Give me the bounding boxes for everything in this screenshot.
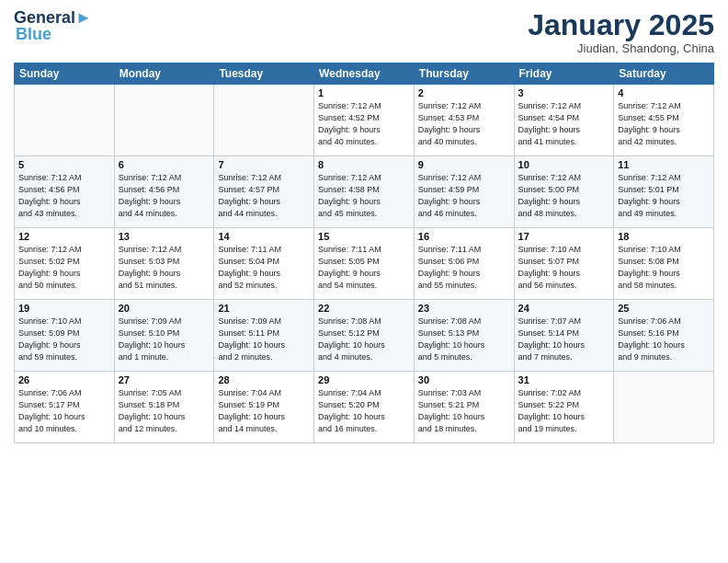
day-cell: 21Sunrise: 7:09 AM Sunset: 5:11 PM Dayli… [214, 300, 314, 372]
day-number: 30 [418, 374, 510, 385]
week-row-2: 5Sunrise: 7:12 AM Sunset: 4:56 PM Daylig… [15, 156, 714, 228]
day-info: Sunrise: 7:10 AM Sunset: 5:09 PM Dayligh… [18, 316, 110, 363]
day-info: Sunrise: 7:03 AM Sunset: 5:21 PM Dayligh… [418, 387, 510, 435]
day-info: Sunrise: 7:11 AM Sunset: 5:04 PM Dayligh… [218, 244, 310, 292]
day-cell: 17Sunrise: 7:10 AM Sunset: 5:07 PM Dayli… [514, 228, 614, 300]
day-cell [15, 85, 115, 156]
day-number: 24 [518, 303, 610, 314]
day-info: Sunrise: 7:07 AM Sunset: 5:14 PM Dayligh… [518, 316, 610, 363]
day-number: 15 [318, 231, 410, 242]
day-info: Sunrise: 7:08 AM Sunset: 5:13 PM Dayligh… [418, 316, 510, 363]
day-cell: 6Sunrise: 7:12 AM Sunset: 4:56 PM Daylig… [114, 156, 214, 228]
day-info: Sunrise: 7:12 AM Sunset: 5:03 PM Dayligh… [119, 244, 210, 292]
day-info: Sunrise: 7:12 AM Sunset: 5:02 PM Dayligh… [18, 244, 110, 292]
day-info: Sunrise: 7:12 AM Sunset: 4:53 PM Dayligh… [418, 100, 510, 148]
day-cell: 2Sunrise: 7:12 AM Sunset: 4:53 PM Daylig… [414, 85, 514, 156]
day-cell: 10Sunrise: 7:12 AM Sunset: 5:00 PM Dayli… [514, 156, 614, 228]
day-number: 27 [119, 374, 210, 385]
day-cell: 4Sunrise: 7:12 AM Sunset: 4:55 PM Daylig… [614, 85, 714, 156]
day-number: 28 [218, 374, 310, 385]
day-cell: 11Sunrise: 7:12 AM Sunset: 5:01 PM Dayli… [614, 156, 714, 228]
day-cell: 14Sunrise: 7:11 AM Sunset: 5:04 PM Dayli… [214, 228, 314, 300]
month-title: January 2025 [528, 9, 714, 41]
calendar-table: Sunday Monday Tuesday Wednesday Thursday… [14, 63, 714, 443]
day-info: Sunrise: 7:04 AM Sunset: 5:19 PM Dayligh… [218, 387, 310, 435]
day-info: Sunrise: 7:12 AM Sunset: 5:01 PM Dayligh… [618, 172, 710, 220]
day-cell: 5Sunrise: 7:12 AM Sunset: 4:56 PM Daylig… [15, 156, 115, 228]
day-cell: 22Sunrise: 7:08 AM Sunset: 5:12 PM Dayli… [314, 300, 415, 372]
day-number: 22 [318, 303, 410, 314]
day-cell: 24Sunrise: 7:07 AM Sunset: 5:14 PM Dayli… [514, 300, 614, 372]
header: General► Blue January 2025 Jiudian, Shan… [14, 9, 714, 55]
col-wednesday: Wednesday [314, 63, 415, 85]
day-cell [214, 85, 314, 156]
day-cell: 15Sunrise: 7:11 AM Sunset: 5:05 PM Dayli… [314, 228, 415, 300]
title-section: January 2025 Jiudian, Shandong, China [528, 9, 714, 55]
day-info: Sunrise: 7:12 AM Sunset: 4:52 PM Dayligh… [318, 100, 410, 148]
day-info: Sunrise: 7:06 AM Sunset: 5:16 PM Dayligh… [618, 316, 710, 363]
week-row-5: 26Sunrise: 7:06 AM Sunset: 5:17 PM Dayli… [15, 372, 714, 443]
day-cell: 30Sunrise: 7:03 AM Sunset: 5:21 PM Dayli… [414, 372, 514, 443]
day-number: 4 [618, 87, 710, 98]
col-thursday: Thursday [414, 63, 514, 85]
day-number: 19 [18, 303, 110, 314]
day-number: 12 [18, 231, 110, 242]
page: General► Blue January 2025 Jiudian, Shan… [0, 0, 728, 563]
logo-blue: Blue [16, 26, 51, 42]
day-cell: 8Sunrise: 7:12 AM Sunset: 4:58 PM Daylig… [314, 156, 415, 228]
day-number: 16 [418, 231, 510, 242]
day-info: Sunrise: 7:12 AM Sunset: 4:54 PM Dayligh… [518, 100, 610, 148]
day-info: Sunrise: 7:12 AM Sunset: 4:56 PM Dayligh… [18, 172, 110, 220]
day-cell: 25Sunrise: 7:06 AM Sunset: 5:16 PM Dayli… [614, 300, 714, 372]
day-info: Sunrise: 7:04 AM Sunset: 5:20 PM Dayligh… [318, 387, 410, 435]
day-cell: 9Sunrise: 7:12 AM Sunset: 4:59 PM Daylig… [414, 156, 514, 228]
day-number: 8 [318, 159, 410, 170]
day-number: 7 [218, 159, 310, 170]
col-tuesday: Tuesday [214, 63, 314, 85]
day-number: 26 [18, 374, 110, 385]
day-number: 10 [518, 159, 610, 170]
day-number: 20 [119, 303, 210, 314]
day-info: Sunrise: 7:10 AM Sunset: 5:08 PM Dayligh… [618, 244, 710, 292]
col-saturday: Saturday [614, 63, 714, 85]
day-info: Sunrise: 7:08 AM Sunset: 5:12 PM Dayligh… [318, 316, 410, 363]
day-info: Sunrise: 7:09 AM Sunset: 5:10 PM Dayligh… [119, 316, 210, 363]
day-number: 5 [18, 159, 110, 170]
day-info: Sunrise: 7:06 AM Sunset: 5:17 PM Dayligh… [18, 387, 110, 435]
day-info: Sunrise: 7:11 AM Sunset: 5:06 PM Dayligh… [418, 244, 510, 292]
day-number: 18 [618, 231, 710, 242]
day-info: Sunrise: 7:09 AM Sunset: 5:11 PM Dayligh… [218, 316, 310, 363]
day-info: Sunrise: 7:11 AM Sunset: 5:05 PM Dayligh… [318, 244, 410, 292]
day-info: Sunrise: 7:02 AM Sunset: 5:22 PM Dayligh… [518, 387, 610, 435]
day-info: Sunrise: 7:12 AM Sunset: 4:57 PM Dayligh… [218, 172, 310, 220]
day-number: 23 [418, 303, 510, 314]
day-cell: 29Sunrise: 7:04 AM Sunset: 5:20 PM Dayli… [314, 372, 415, 443]
day-cell: 20Sunrise: 7:09 AM Sunset: 5:10 PM Dayli… [114, 300, 214, 372]
day-cell: 23Sunrise: 7:08 AM Sunset: 5:13 PM Dayli… [414, 300, 514, 372]
subtitle: Jiudian, Shandong, China [528, 41, 714, 55]
col-sunday: Sunday [15, 63, 115, 85]
day-cell: 13Sunrise: 7:12 AM Sunset: 5:03 PM Dayli… [114, 228, 214, 300]
day-cell: 18Sunrise: 7:10 AM Sunset: 5:08 PM Dayli… [614, 228, 714, 300]
col-friday: Friday [514, 63, 614, 85]
day-info: Sunrise: 7:12 AM Sunset: 4:55 PM Dayligh… [618, 100, 710, 148]
day-cell [114, 85, 214, 156]
day-number: 14 [218, 231, 310, 242]
day-number: 6 [119, 159, 210, 170]
day-number: 3 [518, 87, 610, 98]
day-info: Sunrise: 7:12 AM Sunset: 4:58 PM Dayligh… [318, 172, 410, 220]
day-info: Sunrise: 7:12 AM Sunset: 4:56 PM Dayligh… [119, 172, 210, 220]
day-cell: 28Sunrise: 7:04 AM Sunset: 5:19 PM Dayli… [214, 372, 314, 443]
day-info: Sunrise: 7:05 AM Sunset: 5:18 PM Dayligh… [119, 387, 210, 435]
day-cell: 3Sunrise: 7:12 AM Sunset: 4:54 PM Daylig… [514, 85, 614, 156]
day-number: 2 [418, 87, 510, 98]
col-monday: Monday [114, 63, 214, 85]
day-number: 17 [518, 231, 610, 242]
day-cell [614, 372, 714, 443]
day-number: 31 [518, 374, 610, 385]
day-cell: 16Sunrise: 7:11 AM Sunset: 5:06 PM Dayli… [414, 228, 514, 300]
day-number: 9 [418, 159, 510, 170]
day-number: 1 [318, 87, 410, 98]
day-info: Sunrise: 7:12 AM Sunset: 5:00 PM Dayligh… [518, 172, 610, 220]
week-row-1: 1Sunrise: 7:12 AM Sunset: 4:52 PM Daylig… [15, 85, 714, 156]
